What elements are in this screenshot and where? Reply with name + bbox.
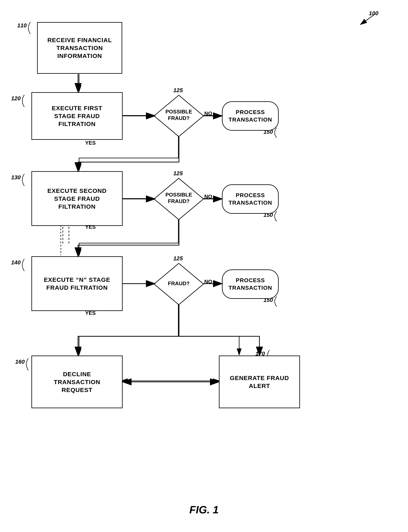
svg-text:FRAUD?: FRAUD? [168,198,190,204]
diamond-1: POSSIBLE FRAUD? [154,95,204,138]
step-fraud-alert: GENERATE FRAUD ALERT [219,356,300,408]
ref-125-3: 125 [173,255,183,262]
diagram-container: 100 110 RECEIVE FINANCIAL TRANSACTION IN… [0,0,408,532]
step-140: EXECUTE “N” STAGE FRAUD FILTRATION [31,256,123,311]
ref-160: 160 [15,358,25,365]
ref-125-1: 125 [173,87,183,94]
diamond-3: FRAUD? [154,263,204,306]
svg-text:FRAUD?: FRAUD? [168,280,190,286]
step-130: EXECUTE SECOND STAGE FRAUD FILTRATION [31,171,123,226]
step-120: EXECUTE FIRST STAGE FRAUD FILTRATION [31,92,123,140]
svg-text:POSSIBLE: POSSIBLE [165,192,192,198]
yes-label-2: YES [85,224,96,230]
fig-label: FIG. 1 [189,504,219,516]
no-label-3: NO [204,279,212,285]
step-110: RECEIVE FINANCIAL TRANSACTION INFORMATIO… [37,22,122,74]
yes-label-1: YES [85,140,96,146]
bracket-160 [24,358,30,370]
bracket-150-3 [273,296,279,307]
bracket-140 [20,259,26,271]
ref-110: 110 [17,22,27,29]
process-2: PROCESS TRANSACTION [222,184,279,214]
process-3: PROCESS TRANSACTION [222,269,279,299]
bracket-150-2 [273,211,279,221]
ref-125-2: 125 [173,170,183,177]
process-1: PROCESS TRANSACTION [222,101,279,131]
yes-label-3: YES [85,310,96,316]
bracket-120 [20,95,26,107]
ref-120: 120 [11,95,21,102]
ref-130: 130 [11,174,21,181]
svg-text:POSSIBLE: POSSIBLE [165,108,192,115]
no-label-1: NO [204,110,212,117]
bracket-130 [20,174,26,186]
no-label-2: NO [204,193,212,200]
ref-140: 140 [11,259,21,266]
step-decline: DECLINE TRANSACTION REQUEST [31,356,123,408]
svg-line-11 [361,14,375,24]
diamond-2: POSSIBLE FRAUD? [154,178,204,221]
ref-100-arrow [355,12,379,28]
svg-text:FRAUD?: FRAUD? [168,115,190,121]
bracket-110 [26,22,33,34]
